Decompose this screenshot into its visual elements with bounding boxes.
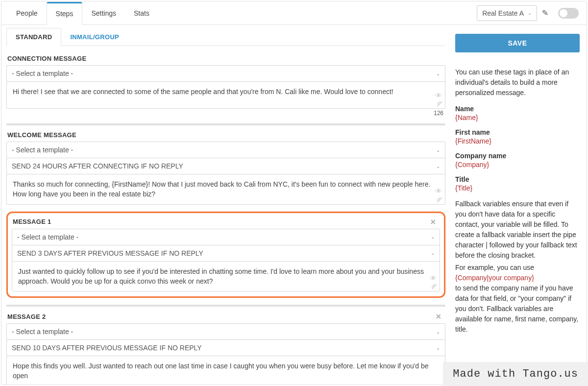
eye-icon[interactable]: 👁: [435, 186, 442, 196]
chevron-down-icon: ⌄: [431, 234, 435, 240]
resize-handle[interactable]: [437, 101, 442, 106]
section-message-2: MESSAGE 2 ✕ - Select a template - ⌄ SEND…: [6, 305, 445, 385]
close-icon[interactable]: ✕: [433, 313, 444, 320]
message-2-timing-select[interactable]: SEND 10 DAYS AFTER PREVIOUS MESSAGE IF N…: [6, 339, 445, 356]
chevron-down-icon: ⌄: [436, 71, 440, 76]
eye-icon[interactable]: 👁: [430, 273, 437, 283]
connection-title: CONNECTION MESSAGE: [6, 53, 445, 65]
message-2-body[interactable]: Hope this finds you well. Just wanted to…: [6, 356, 445, 385]
welcome-template-select[interactable]: - Select a template - ⌄: [6, 142, 445, 158]
message-2-title: MESSAGE 2: [7, 313, 46, 320]
campaign-select[interactable]: Real Estate A ⌄: [477, 5, 537, 21]
campaign-toggle[interactable]: [558, 8, 579, 19]
right-panel: SAVE You can use these tags in place of …: [450, 25, 587, 385]
tab-settings[interactable]: Settings: [82, 1, 125, 24]
eye-icon[interactable]: 👁: [435, 91, 442, 100]
section-message-1-highlight: MESSAGE 1 ✕ - Select a template - ⌄ SEND…: [6, 212, 445, 298]
message-1-template-select[interactable]: - Select a template - ⌄: [12, 229, 440, 245]
connection-template-select[interactable]: - Select a template - ⌄: [6, 65, 445, 82]
help-tag-firstname: {FirstName}: [455, 137, 580, 145]
help-tag-title: {Title}: [455, 184, 580, 192]
chevron-down-icon: ⌄: [436, 345, 440, 351]
chevron-down-icon: ⌄: [528, 10, 532, 16]
help-tag-company: {Company}: [455, 161, 580, 169]
save-button[interactable]: SAVE: [455, 34, 580, 52]
section-welcome: WELCOME MESSAGE - Select a template - ⌄ …: [6, 123, 445, 205]
help-label-name: Name: [455, 105, 580, 113]
resize-handle[interactable]: [437, 197, 442, 202]
message-1-title: MESSAGE 1: [13, 218, 51, 225]
welcome-title: WELCOME MESSAGE: [6, 129, 445, 142]
message-1-timing-select[interactable]: SEND 3 DAYS AFTER PREVIOUS MESSAGE IF NO…: [12, 245, 440, 262]
sub-tab-inmail[interactable]: INMAIL/GROUP: [61, 28, 128, 46]
chevron-down-icon: ⌄: [431, 250, 435, 256]
sub-tabs: STANDARD INMAIL/GROUP: [6, 28, 445, 46]
welcome-body[interactable]: Thanks so much for connecting, {FirstNam…: [6, 174, 445, 205]
chevron-down-icon: ⌄: [436, 329, 440, 335]
chevron-down-icon: ⌄: [436, 164, 440, 169]
char-count: 126: [6, 109, 445, 117]
help-label-firstname: First name: [455, 128, 580, 136]
chevron-down-icon: ⌄: [436, 147, 440, 153]
resize-handle[interactable]: [432, 284, 437, 289]
close-icon[interactable]: ✕: [427, 218, 439, 226]
help-label-title: Title: [455, 175, 580, 183]
help-fallback-2b: to send the company name if you have dat…: [455, 284, 578, 333]
connection-body[interactable]: Hi there! I see that we are connected to…: [6, 81, 445, 109]
help-fallback-1: Fallback variables ensure that even if y…: [455, 199, 580, 261]
help-label-company: Company name: [455, 152, 580, 160]
edit-icon[interactable]: ✎: [542, 8, 548, 18]
tab-steps[interactable]: Steps: [47, 2, 83, 25]
message-1-body[interactable]: Just wanted to quickly follow up to see …: [12, 261, 440, 292]
section-message-1: MESSAGE 1 ✕ - Select a template - ⌄ SEND…: [12, 216, 440, 292]
welcome-timing-select[interactable]: SEND 24 HOURS AFTER CONNECTING IF NO REP…: [6, 158, 445, 174]
help-intro: You can use these tags in place of an in…: [455, 67, 580, 98]
watermark: Made with Tango.us: [443, 362, 588, 386]
help-fallback-tag: {Company|your company}: [455, 274, 534, 282]
sub-tab-standard[interactable]: STANDARD: [6, 28, 61, 46]
help-tag-name: {Name}: [455, 114, 580, 121]
top-tabs: People Steps Settings Stats Real Estate …: [1, 1, 587, 25]
message-2-template-select[interactable]: - Select a template - ⌄: [6, 323, 445, 340]
campaign-name: Real Estate A: [482, 9, 524, 17]
tab-stats[interactable]: Stats: [125, 1, 158, 24]
tab-people[interactable]: People: [7, 1, 47, 24]
help-fallback-2a: For example, you can use: [455, 264, 534, 271]
section-connection: CONNECTION MESSAGE - Select a template -…: [6, 53, 445, 117]
